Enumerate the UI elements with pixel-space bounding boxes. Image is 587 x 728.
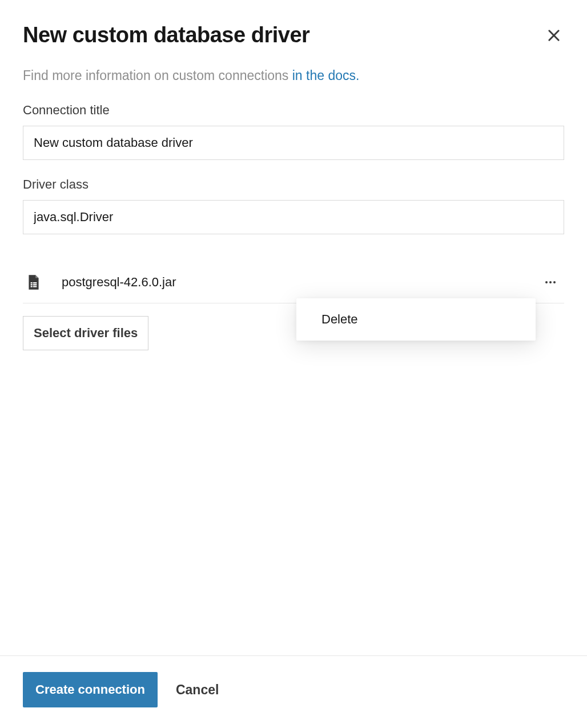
file-more-button[interactable] bbox=[539, 271, 562, 294]
file-name: postgresql-42.6.0.jar bbox=[62, 275, 539, 290]
connection-title-label: Connection title bbox=[23, 103, 564, 118]
svg-rect-4 bbox=[31, 284, 33, 285]
dialog-content: New custom database driver Find more inf… bbox=[0, 0, 587, 655]
more-horizontal-icon bbox=[544, 275, 557, 289]
file-context-menu: Delete bbox=[296, 298, 536, 341]
svg-rect-7 bbox=[33, 286, 37, 287]
driver-class-input[interactable] bbox=[23, 200, 564, 234]
dialog-header: New custom database driver bbox=[23, 23, 564, 47]
connection-title-input[interactable] bbox=[23, 126, 564, 160]
docs-link[interactable]: in the docs. bbox=[292, 68, 360, 83]
svg-rect-3 bbox=[33, 282, 37, 283]
svg-point-9 bbox=[549, 281, 552, 283]
info-text: Find more information on custom connecti… bbox=[23, 68, 564, 83]
svg-rect-5 bbox=[33, 284, 37, 285]
svg-rect-2 bbox=[31, 282, 33, 283]
connection-title-field: Connection title bbox=[23, 103, 564, 160]
file-item: postgresql-42.6.0.jar bbox=[23, 263, 564, 303]
select-driver-files-button[interactable]: Select driver files bbox=[23, 316, 148, 350]
new-driver-dialog: New custom database driver Find more inf… bbox=[0, 0, 587, 728]
close-button[interactable] bbox=[544, 25, 564, 46]
file-icon bbox=[25, 274, 42, 291]
close-icon bbox=[546, 27, 562, 43]
cancel-button[interactable]: Cancel bbox=[176, 682, 219, 698]
driver-class-label: Driver class bbox=[23, 177, 564, 192]
menu-item-delete[interactable]: Delete bbox=[296, 310, 536, 329]
dialog-title: New custom database driver bbox=[23, 23, 309, 47]
svg-point-8 bbox=[545, 281, 548, 283]
info-text-prefix: Find more information on custom connecti… bbox=[23, 68, 292, 83]
svg-point-10 bbox=[553, 281, 556, 283]
dialog-footer: Create connection Cancel bbox=[0, 655, 587, 728]
driver-file-list: postgresql-42.6.0.jar bbox=[23, 263, 564, 303]
driver-class-field: Driver class bbox=[23, 177, 564, 234]
svg-rect-6 bbox=[31, 286, 33, 287]
create-connection-button[interactable]: Create connection bbox=[23, 672, 158, 707]
